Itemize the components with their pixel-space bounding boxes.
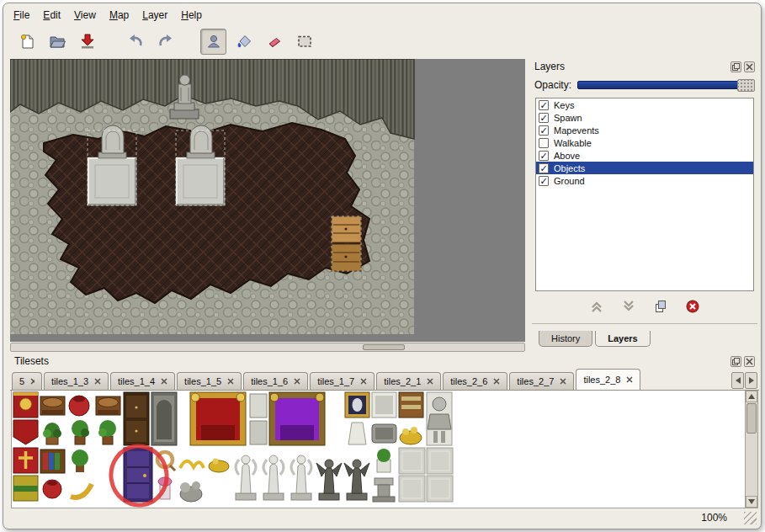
tile-wood-shelf [399, 392, 423, 418]
layer-row-objects[interactable]: ✓ Objects [536, 162, 753, 174]
close-tab-icon[interactable] [493, 378, 500, 385]
tile-rock-pile [180, 481, 202, 502]
paint-bucket-icon [236, 33, 252, 50]
layer-row-spawn[interactable]: ✓ Spawn [536, 111, 753, 124]
layer-visibility-checkbox[interactable]: ✓ [539, 100, 549, 110]
toolbar [7, 25, 757, 57]
tileset-vertical-scrollbar[interactable] [745, 391, 757, 508]
tile-dark-dresser [124, 392, 149, 445]
tab-history[interactable]: History [539, 331, 592, 347]
tile-stone-cabinet [151, 392, 177, 445]
undo-button[interactable] [122, 29, 148, 55]
tileset-tabbar: 5 tiles_1_3 tiles_1_4 tiles_1_5 tiles_1_… [10, 369, 759, 391]
tileset-tab[interactable]: tiles_2_6 [443, 372, 507, 390]
tile-banner-tail [13, 420, 38, 444]
tileset-tab-label: tiles_1_5 [184, 376, 221, 386]
layer-visibility-checkbox[interactable]: ✓ [539, 163, 549, 173]
layer-visibility-checkbox[interactable]: ✓ [539, 151, 549, 161]
tile-stone-block [427, 448, 453, 474]
tile-angel-statue [236, 455, 256, 500]
tab-scroll-right-button[interactable] [745, 372, 757, 389]
tileset-tab[interactable]: tiles_1_7 [310, 372, 375, 390]
menu-map[interactable]: Map [103, 7, 135, 24]
tab-layers[interactable]: Layers [595, 331, 650, 347]
tileset-render [12, 391, 470, 508]
tileset-tab[interactable]: 5 [12, 372, 42, 390]
tileset-tab[interactable]: tiles_2_7 [509, 372, 574, 390]
tilesets-panel-title: Tilesets [14, 355, 49, 367]
eraser-tool-button[interactable] [261, 29, 287, 55]
tileset-tab-active[interactable]: tiles_2_8 [576, 369, 640, 390]
opacity-slider[interactable] [577, 81, 755, 89]
tile-white-cabinet [372, 392, 396, 418]
layer-visibility-checkbox[interactable] [539, 138, 549, 148]
menu-view[interactable]: View [67, 7, 103, 24]
tileset-tab[interactable]: tiles_2_1 [376, 372, 441, 390]
menu-help[interactable]: Help [174, 7, 209, 24]
fill-tool-button[interactable] [231, 29, 257, 55]
layer-name: Objects [554, 163, 585, 173]
map-horizontal-scrollbar[interactable] [10, 343, 525, 352]
redo-button[interactable] [152, 29, 178, 55]
close-tab-icon[interactable] [161, 378, 167, 385]
layer-name: Keys [554, 100, 574, 110]
tab-scroll-left-button[interactable] [731, 372, 744, 389]
close-tab-icon[interactable] [560, 378, 566, 385]
close-panel-button[interactable] [744, 356, 755, 367]
layer-row-walkable[interactable]: Walkable [536, 136, 753, 149]
lower-layer-button[interactable] [622, 300, 635, 316]
tile-obelisk [348, 423, 366, 444]
scroll-down-button[interactable] [746, 496, 757, 508]
tileset-tab[interactable]: tiles_1_5 [177, 372, 242, 390]
layer-visibility-checkbox[interactable]: ✓ [539, 125, 549, 136]
scroll-up-button[interactable] [746, 391, 757, 402]
new-map-button[interactable] [13, 29, 40, 55]
tileset-tab[interactable]: tiles_1_4 [110, 372, 175, 390]
duplicate-icon [654, 300, 667, 313]
open-map-button[interactable] [44, 29, 70, 55]
float-panel-button[interactable] [730, 356, 741, 367]
tile-framed-picture [345, 392, 369, 418]
tileset-tab-label: tiles_2_8 [583, 375, 620, 385]
menu-edit[interactable]: Edit [36, 7, 67, 24]
close-tab-icon[interactable] [427, 378, 433, 385]
layer-row-ground[interactable]: ✓ Ground [536, 174, 753, 187]
close-tab-icon[interactable] [360, 378, 367, 385]
layer-row-mapevents[interactable]: ✓ Mapevents [536, 124, 753, 136]
close-tab-icon[interactable] [227, 378, 234, 385]
tileset-tab[interactable]: tiles_1_6 [243, 372, 308, 390]
duplicate-layer-button[interactable] [654, 300, 667, 316]
layer-visibility-checkbox[interactable]: ✓ [539, 176, 549, 186]
close-tab-icon[interactable] [626, 376, 633, 383]
undo-icon [127, 33, 144, 50]
select-tool-button[interactable] [291, 29, 317, 55]
resize-grip[interactable] [744, 512, 757, 524]
map-canvas[interactable] [10, 59, 525, 342]
layer-row-above[interactable]: ✓ Above [536, 149, 753, 162]
opacity-slider-handle[interactable] [737, 79, 755, 92]
selection-rect-icon [296, 33, 313, 50]
layers-panel-titlebar: Layers [530, 59, 759, 74]
map-hscroll-thumb[interactable] [363, 344, 405, 350]
layer-row-keys[interactable]: ✓ Keys [536, 98, 753, 111]
float-icon [732, 63, 740, 71]
raise-layer-button[interactable] [590, 300, 603, 316]
close-tab-icon[interactable] [30, 378, 35, 385]
tileset-tab[interactable]: tiles_1_3 [44, 372, 109, 390]
layer-visibility-checkbox[interactable]: ✓ [539, 113, 549, 123]
save-map-button[interactable] [74, 29, 100, 55]
status-bar: 100% [3, 508, 761, 529]
close-tab-icon[interactable] [94, 378, 101, 385]
stamp-tool-button[interactable] [200, 29, 226, 55]
float-icon [732, 358, 740, 365]
close-tab-icon[interactable] [294, 378, 300, 385]
menu-layer[interactable]: Layer [135, 7, 174, 24]
close-panel-button[interactable] [744, 61, 755, 72]
tile-bookshelf [40, 450, 65, 473]
float-panel-button[interactable] [730, 61, 741, 72]
chevron-up-icon [590, 300, 603, 313]
tileset-vscroll-thumb[interactable] [746, 403, 757, 434]
delete-layer-button[interactable] [686, 300, 699, 316]
tileset-canvas[interactable] [11, 391, 758, 508]
menu-file[interactable]: File [7, 7, 36, 24]
